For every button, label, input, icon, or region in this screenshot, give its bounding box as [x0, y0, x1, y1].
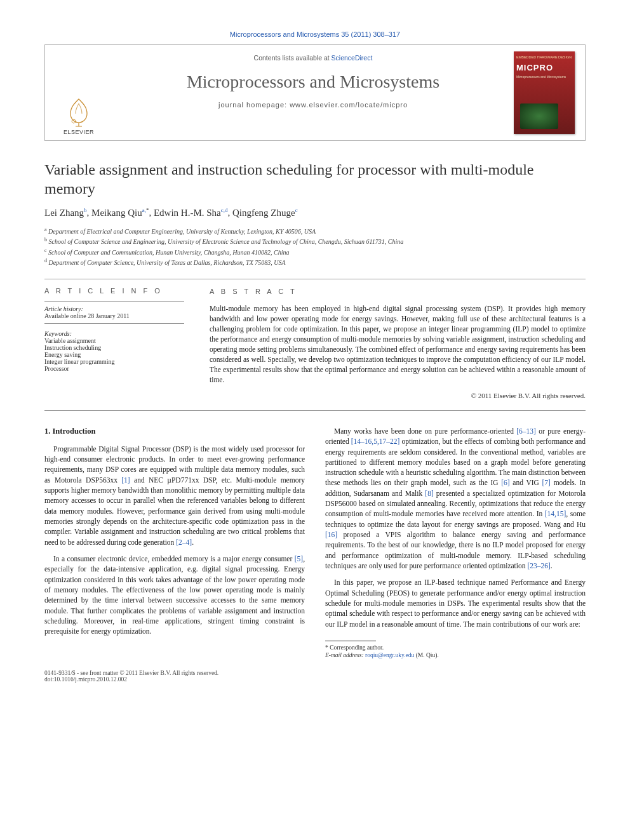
affiliation-c: School of Computer and Communication, Hu…	[48, 249, 289, 256]
journal-homepage-line: journal homepage: www.elsevier.com/locat…	[112, 101, 514, 109]
author-list: Lei Zhangb, Meikang Qiua,*, Edwin H.-M. …	[44, 207, 586, 218]
journal-header-box: ELSEVIER Contents lists available at Sci…	[44, 44, 586, 141]
citation-link[interactable]: [14–16,5,17–22]	[351, 437, 400, 445]
journal-name: Microprocessors and Microsystems	[112, 72, 514, 92]
email-label: E-mail address:	[325, 652, 364, 658]
paragraph: Programmable Digital Signal Processor (D…	[44, 444, 305, 547]
text-run: and VIG	[510, 479, 542, 486]
citation-link[interactable]: [6]	[501, 479, 509, 486]
citation-link[interactable]: [7]	[542, 479, 551, 486]
page-footer: 0141-9331/$ - see front matter © 2011 El…	[44, 670, 586, 683]
paragraph: Many works have been done on pure perfor…	[325, 426, 586, 571]
keyword-item: Energy saving	[44, 351, 184, 358]
top-citation: Microprocessors and Microsystems 35 (201…	[44, 30, 586, 38]
footnote-rule	[325, 641, 376, 641]
text-run: In a consumer electronic device, embedde…	[53, 555, 295, 563]
author-3: Edwin H.-M. Sha	[154, 208, 221, 218]
paragraph: In a consumer electronic device, embedde…	[44, 554, 305, 637]
abstract-text: Multi-module memory has been employed in…	[210, 303, 586, 385]
author-4: Qingfeng Zhuge	[232, 208, 295, 218]
author-3-affil: c,d	[221, 207, 228, 213]
keyword-item: Integer linear programming	[44, 358, 184, 365]
journal-cover-thumbnail: EMBEDDED HARDWARE DESIGN MICPRO Micropro…	[514, 51, 575, 134]
text-run: .	[551, 562, 553, 570]
divider	[44, 410, 586, 411]
citation-link[interactable]: [5]	[295, 555, 303, 563]
author-1-affil: b	[84, 207, 87, 213]
sciencedirect-link[interactable]: ScienceDirect	[332, 54, 373, 62]
citation-link[interactable]: [16]	[325, 531, 337, 538]
citation-link[interactable]: [8]	[425, 490, 433, 497]
article-info-heading: A R T I C L E I N F O	[44, 287, 184, 295]
keyword-item: Processor	[44, 365, 184, 372]
citation-link[interactable]: [2–4]	[176, 538, 192, 546]
email-link[interactable]: roqiu@engr.uky.edu	[365, 652, 414, 658]
copyright-line: © 2011 Elsevier B.V. All rights reserved…	[210, 391, 586, 401]
history-value: Available online 28 January 2011	[44, 312, 184, 319]
body-columns: 1. Introduction Programmable Digital Sig…	[44, 426, 586, 660]
citation-link[interactable]: [6–13]	[516, 427, 536, 435]
corresponding-author-footnote: * Corresponding author. E-mail address: …	[325, 644, 586, 660]
text-run: .	[192, 538, 194, 546]
citation-link[interactable]: [14,15]	[545, 510, 566, 517]
corresponding-mark: *	[146, 207, 149, 213]
article-history-block: Article history: Available online 28 Jan…	[44, 301, 184, 324]
cover-chip-graphic	[520, 103, 558, 129]
publisher-name: ELSEVIER	[63, 129, 95, 135]
affiliation-list: a Department of Electrical and Computer …	[44, 226, 586, 267]
article-title: Variable assignment and instruction sche…	[44, 160, 586, 198]
text-run: scheduling. Moreover, in real-time appli…	[44, 617, 305, 635]
publisher-logo: ELSEVIER	[45, 45, 112, 140]
elsevier-tree-icon	[63, 96, 95, 128]
doi-line: doi:10.1016/j.micpro.2010.12.002	[44, 676, 218, 683]
homepage-prefix: journal homepage:	[218, 101, 290, 109]
author-2: Meikang Qiu	[91, 208, 142, 218]
section-heading-1: 1. Introduction	[44, 426, 305, 437]
journal-homepage-url[interactable]: www.elsevier.com/locate/micpro	[290, 101, 408, 109]
cover-title: MICPRO	[516, 63, 572, 72]
keywords-block: Keywords: Variable assignment Instructio…	[44, 330, 184, 372]
contents-available-line: Contents lists available at ScienceDirec…	[112, 54, 514, 62]
author-4-affil: c	[295, 207, 298, 213]
keyword-item: Instruction scheduling	[44, 344, 184, 351]
email-attribution: (M. Qiu).	[416, 652, 439, 658]
cover-subtitle: Microprocessors and Microsystems	[516, 75, 572, 79]
paragraph: In this paper, we propose an ILP-based t…	[325, 577, 586, 629]
affiliation-d: Department of Computer Science, Universi…	[49, 259, 286, 266]
keyword-item: Variable assignment	[44, 337, 184, 344]
issn-line: 0141-9331/$ - see front matter © 2011 El…	[44, 670, 218, 676]
affiliation-a: Department of Electrical and Computer En…	[48, 228, 316, 235]
text-run: , especially for the data-intensive appl…	[44, 555, 305, 615]
affiliation-b: School of Computer Science and Engineeri…	[49, 239, 404, 246]
abstract-heading: A B S T R A C T	[210, 287, 586, 297]
history-label: Article history:	[44, 305, 184, 312]
text-run: and NEC µPD771xx DSP, etc. Multi-module …	[44, 476, 305, 546]
citation-link[interactable]: [23–26]	[527, 562, 550, 570]
contents-prefix: Contents lists available at	[254, 54, 332, 62]
keywords-label: Keywords:	[44, 330, 184, 337]
cover-top-text: EMBEDDED HARDWARE DESIGN	[516, 55, 572, 59]
citation-link[interactable]: [1]	[121, 476, 130, 484]
author-1: Lei Zhang	[44, 208, 84, 218]
text-run: Many works have been done on pure perfor…	[334, 427, 516, 435]
divider	[44, 279, 586, 279]
corr-author-label: * Corresponding author.	[325, 644, 586, 651]
